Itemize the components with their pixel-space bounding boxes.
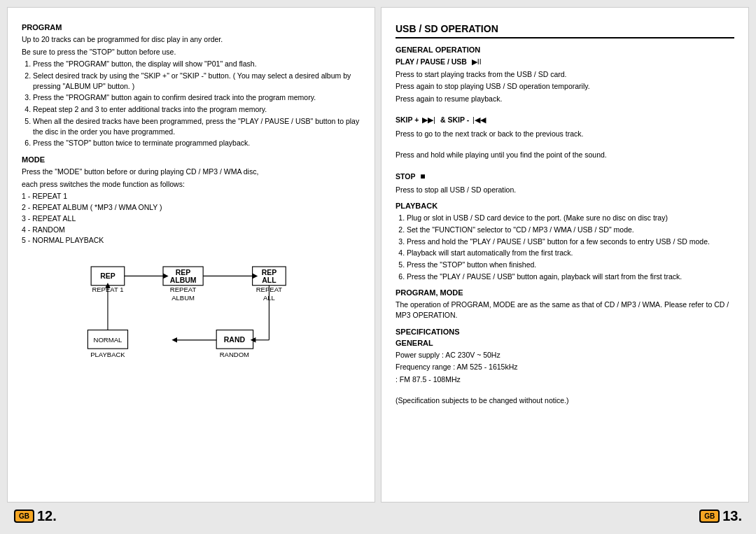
mode-list: 1 - REPEAT 1 2 - REPEAT ALBUM ( *MP3 / W… [22, 191, 360, 246]
mode-intro2: each press switches the mode function as… [22, 179, 360, 190]
svg-text:RAND: RAND [224, 336, 246, 344]
mode-diagram: REP REPEAT 1 REP ALBUM REPEAT ALBUM REP … [22, 253, 360, 393]
svg-text:REP: REP [176, 269, 191, 276]
main-title: USB / SD OPERATION [396, 23, 734, 38]
playback-step-4: Playback will start automatically from t… [407, 248, 734, 258]
stop-label: STOP [396, 172, 415, 181]
skip-line: SKIP + ▶▶| & SKIP - |◀◀ [396, 115, 734, 125]
mode-item-1: 1 - REPEAT 1 [22, 191, 360, 202]
program-steps-list: Press the "PROGRAM" button, the display … [22, 59, 360, 148]
mode-title: MODE [22, 155, 360, 164]
mode-section: MODE Press the "MODE" button before or d… [22, 155, 360, 246]
mode-item-5: 5 - NORMAL PLAYBACK [22, 235, 360, 246]
svg-text:REP: REP [100, 272, 115, 280]
frequency2: : FM 87.5 - 108MHz [396, 374, 734, 385]
play-line-3: Press again to resume playback. [396, 94, 734, 104]
right-badge-container: GB 13. [699, 508, 742, 524]
play-line-2: Press again to stop playing USB / SD ope… [396, 81, 734, 92]
mode-item-3: 3 - REPEAT ALL [22, 213, 360, 225]
page-wrapper: PROGRAM Up to 20 tracks can be programme… [0, 0, 756, 534]
skip-fwd-symbol: ▶▶| [422, 115, 435, 124]
program-stop: Be sure to press the "STOP" button befor… [22, 47, 360, 57]
svg-text:NORMAL: NORMAL [94, 336, 122, 344]
diagram-svg: REP REPEAT 1 REP ALBUM REPEAT ALBUM REP … [22, 253, 360, 393]
right-page: USB / SD OPERATION GENERAL OPERATION PLA… [381, 7, 749, 503]
playback-step-6: Press the "PLAY / PAUSE / USB" button ag… [407, 272, 734, 282]
program-step-6: Press the "STOP" button twice to termina… [33, 138, 360, 148]
mode-item-4: 4 - RANDOM [22, 225, 360, 236]
svg-marker-24 [172, 337, 177, 343]
left-page-num: 12. [37, 508, 57, 524]
hold-line: Press and hold while playing until you f… [396, 150, 734, 160]
specs-title: SPECIFICATIONS [396, 328, 734, 336]
svg-text:REP: REP [262, 269, 277, 276]
stop-line-label: STOP ■ [396, 171, 734, 183]
frequency1: Frequency range : AM 525 - 1615kHz [396, 362, 734, 372]
play-pause-line: PLAY / PAUSE / USB ▶II [396, 57, 734, 67]
svg-text:PLAYBACK: PLAYBACK [90, 351, 125, 358]
program-mode-text: The operation of PROGRAM, MODE are as th… [396, 300, 734, 320]
right-gb-label: GB [699, 510, 720, 523]
program-mode-section: PROGRAM, MODE The operation of PROGRAM, … [396, 288, 734, 320]
playback-step-2: Set the "FUNCTION" selector to "CD / MP3… [407, 225, 734, 235]
play-line-1: Press to start playing tracks from the U… [396, 69, 734, 80]
program-intro: Up to 20 tracks can be programmed for di… [22, 34, 360, 45]
skip-back-label: & SKIP - [440, 115, 469, 124]
program-step-3: Press the "PROGRAM" button again to conf… [33, 92, 360, 103]
left-gb-label: GB [14, 510, 34, 523]
svg-text:REPEAT: REPEAT [170, 286, 197, 293]
svg-text:ALBUM: ALBUM [172, 294, 195, 302]
skip-back-symbol: |◀◀ [472, 115, 486, 124]
general-op-title: GENERAL OPERATION [396, 45, 734, 54]
stop-symbol: ■ [420, 171, 425, 181]
svg-text:ALL: ALL [262, 276, 276, 284]
playback-step-5: Press the "STOP" button when finished. [407, 260, 734, 270]
playback-section: PLAYBACK Plug or slot in USB / SD card d… [396, 202, 734, 281]
program-mode-title: PROGRAM, MODE [396, 288, 734, 297]
general-op-section: GENERAL OPERATION PLAY / PAUSE / USB ▶II… [396, 45, 734, 195]
skip-fwd-label: SKIP + [396, 115, 419, 124]
right-page-num: 13. [722, 508, 742, 524]
left-page: PROGRAM Up to 20 tracks can be programme… [7, 7, 375, 503]
program-step-1: Press the "PROGRAM" button, the display … [33, 59, 360, 69]
playback-step-1: Plug or slot in USB / SD card device to … [407, 213, 734, 223]
program-step-2: Select desired track by using the "SKIP … [33, 71, 360, 91]
play-pause-symbol: ▶II [472, 57, 482, 66]
general-title: GENERAL [396, 339, 734, 347]
left-badge-container: GB 12. [14, 508, 57, 524]
mode-intro: Press the "MODE" button before or during… [22, 167, 360, 177]
skip-desc: Press to go to the next track or back to… [396, 129, 734, 139]
play-pause-label: PLAY / PAUSE / USB [396, 57, 467, 66]
mode-item-2: 2 - REPEAT ALBUM ( *MP3 / WMA ONLY ) [22, 202, 360, 213]
bottom-bar: GB 12. GB 13. [7, 503, 749, 527]
playback-steps-list: Plug or slot in USB / SD card device to … [396, 213, 734, 281]
playback-title: PLAYBACK [396, 202, 734, 210]
playback-step-3: Press and hold the "PLAY / PAUSE / USB" … [407, 237, 734, 247]
program-title: PROGRAM [22, 23, 360, 31]
spec-note: (Specification subjects to be changed wi… [396, 395, 734, 406]
power-supply: Power supply : AC 230V ~ 50Hz [396, 350, 734, 360]
program-step-4: Repeat step 2 and 3 to enter additional … [33, 104, 360, 115]
svg-text:RANDOM: RANDOM [220, 351, 249, 358]
pages-container: PROGRAM Up to 20 tracks can be programme… [7, 7, 749, 503]
svg-text:ALBUM: ALBUM [170, 276, 197, 284]
stop-desc: Press to stop all USB / SD operation. [396, 185, 734, 195]
program-step-5: When all the desired tracks have been pr… [33, 116, 360, 136]
program-section: PROGRAM Up to 20 tracks can be programme… [22, 23, 360, 148]
specs-section: SPECIFICATIONS GENERAL Power supply : AC… [396, 328, 734, 406]
